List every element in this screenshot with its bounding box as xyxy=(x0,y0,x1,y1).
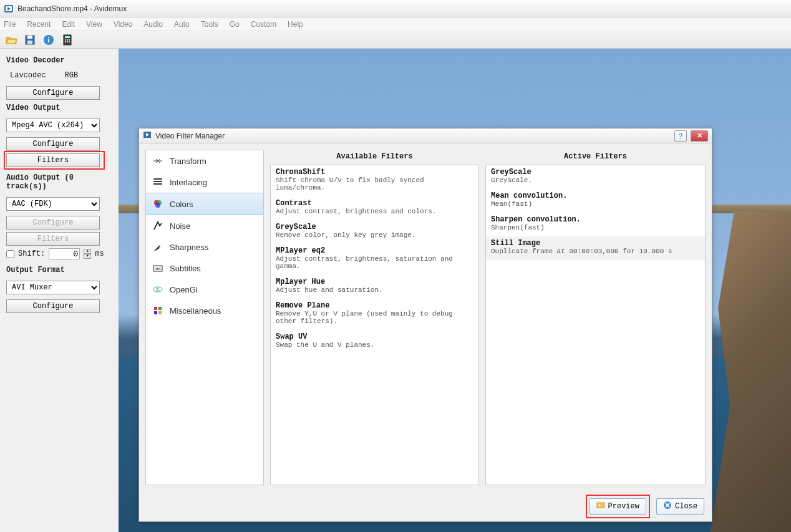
close-button[interactable]: Close xyxy=(656,498,704,515)
video-output-select[interactable]: Mpeg4 AVC (x264) xyxy=(6,118,100,132)
svg-text:ABC: ABC xyxy=(155,267,162,271)
filter-name: Mean convolution. xyxy=(491,191,700,200)
available-filter-item[interactable]: MPlayer eq2Adjust contrast, brightness, … xyxy=(271,244,478,275)
category-interlacing[interactable]: Interlacing xyxy=(146,172,263,193)
filter-name: GreyScale xyxy=(491,168,700,177)
menu-tools[interactable]: Tools xyxy=(201,20,218,29)
available-filter-item[interactable]: Swap UVSwap the U and V planes. xyxy=(271,330,478,354)
category-noise[interactable]: Noise xyxy=(146,215,263,236)
svg-rect-29 xyxy=(158,307,162,310)
preview-icon xyxy=(596,501,605,512)
info-icon[interactable]: i xyxy=(41,32,56,47)
category-colors[interactable]: Colors xyxy=(146,193,263,215)
category-label: Transform xyxy=(170,157,206,166)
video-output-configure-button[interactable]: Configure xyxy=(6,137,100,151)
svg-rect-31 xyxy=(158,311,162,314)
shift-checkbox[interactable] xyxy=(6,250,14,258)
category-subtitles[interactable]: ABCSubtitles xyxy=(146,258,263,279)
dialog-titlebar[interactable]: Video Filter Manager ? ✕ xyxy=(139,128,712,143)
menu-view[interactable]: View xyxy=(86,20,102,29)
menu-file[interactable]: File xyxy=(4,20,16,29)
available-filter-item[interactable]: Remove PlaneRemove Y,U or V plane (used … xyxy=(271,299,478,330)
filter-name: Mplayer Hue xyxy=(276,278,473,286)
shift-unit: ms xyxy=(95,249,104,258)
filter-name: Sharpen convolution. xyxy=(491,215,700,224)
filter-name: ChromaShift xyxy=(276,168,473,177)
dialog-title: Video Filter Manager xyxy=(155,132,671,140)
output-format-configure-button[interactable]: Configure xyxy=(6,299,100,313)
svg-rect-18 xyxy=(153,178,162,180)
filter-desc: Adjust contrast, brightness, saturation … xyxy=(276,255,473,270)
close-label: Close xyxy=(675,502,697,511)
help-button[interactable]: ? xyxy=(674,130,687,142)
titlebar: BeachandShore.mp4 - Avidemux xyxy=(0,0,791,17)
category-sharpness[interactable]: Sharpness xyxy=(146,236,263,258)
output-format-title: Output Format xyxy=(6,266,112,274)
filter-desc: Adjust contrast, brightness and colors. xyxy=(276,208,473,215)
active-filter-item[interactable]: Mean convolution.Mean(fast) xyxy=(486,189,705,213)
available-filter-item[interactable]: Mplayer HueAdjust hue and saturation. xyxy=(271,275,478,299)
available-filters-list: ChromaShiftShift chroma U/V to fix badly… xyxy=(270,165,479,485)
transform-icon xyxy=(152,155,163,167)
category-opengl[interactable]: GLOpenGl xyxy=(146,279,263,300)
category-label: Miscellaneous xyxy=(170,306,221,316)
svg-rect-19 xyxy=(153,181,162,182)
dialog-icon xyxy=(143,130,152,141)
menu-audio[interactable]: Audio xyxy=(143,20,163,29)
output-format-select[interactable]: AVI Muxer xyxy=(6,281,100,294)
colors-icon xyxy=(152,198,163,210)
menu-help[interactable]: Help xyxy=(288,20,303,29)
shift-value[interactable] xyxy=(49,248,80,259)
menu-custom[interactable]: Custom xyxy=(251,20,276,29)
menu-go[interactable]: Go xyxy=(230,20,240,29)
svg-rect-10 xyxy=(65,39,66,41)
active-filter-item[interactable]: Sharpen convolution.Sharpen(fast) xyxy=(486,213,705,236)
filter-name: Remove Plane xyxy=(276,301,473,310)
calculator-icon[interactable] xyxy=(60,32,75,47)
noise-icon xyxy=(152,220,163,231)
svg-rect-15 xyxy=(69,41,70,42)
audio-output-configure-button[interactable]: Configure xyxy=(6,216,100,230)
shift-spinner[interactable]: ▲▼ xyxy=(84,249,91,259)
filter-name: Contrast xyxy=(276,199,473,208)
filter-name: MPlayer eq2 xyxy=(276,246,473,255)
audio-output-filters-button[interactable]: Filters xyxy=(6,232,100,246)
active-filters-title: Active Filters xyxy=(485,150,706,165)
decoder-codec: Lavcodec xyxy=(10,71,46,80)
svg-rect-11 xyxy=(67,39,68,41)
sharpness-icon xyxy=(152,241,163,253)
available-filter-item[interactable]: GreyScaleRemove color, only key grey ima… xyxy=(271,220,478,244)
video-output-filters-button[interactable]: Filters xyxy=(6,153,100,167)
opengl-icon: GL xyxy=(152,284,163,295)
svg-rect-4 xyxy=(27,36,32,39)
filter-desc: Sharpen(fast) xyxy=(491,224,700,231)
menu-video[interactable]: Video xyxy=(114,20,132,29)
interlacing-icon xyxy=(152,177,163,188)
category-label: Interlacing xyxy=(170,178,207,187)
audio-output-select[interactable]: AAC (FDK) xyxy=(6,197,100,211)
active-filter-item[interactable]: GreyScaleGreyscale. xyxy=(486,165,705,189)
category-miscellaneous[interactable]: Miscellaneous xyxy=(146,300,263,321)
save-icon[interactable] xyxy=(22,32,37,47)
open-icon[interactable] xyxy=(4,32,19,47)
decoder-configure-button[interactable]: Configure xyxy=(6,86,100,100)
preview-button[interactable]: Preview xyxy=(590,498,646,515)
available-filter-item[interactable]: ContrastAdjust contrast, brightness and … xyxy=(271,196,478,220)
available-filter-item[interactable]: ChromaShiftShift chroma U/V to fix badly… xyxy=(271,165,478,196)
category-list: TransformInterlacingColorsNoiseSharpness… xyxy=(145,150,264,485)
category-transform[interactable]: Transform xyxy=(146,150,263,172)
svg-point-33 xyxy=(598,505,600,506)
dialog-close-button[interactable]: ✕ xyxy=(691,130,708,142)
svg-rect-20 xyxy=(153,183,162,185)
menu-auto[interactable]: Auto xyxy=(174,20,190,29)
svg-text:GL: GL xyxy=(156,288,160,291)
menu-edit[interactable]: Edit xyxy=(62,20,75,29)
filter-desc: Mean(fast) xyxy=(491,200,700,208)
filter-desc: Remove color, only key grey image. xyxy=(276,231,473,239)
filter-desc: Greyscale. xyxy=(491,177,700,184)
video-output-title: Video Output xyxy=(6,104,112,112)
active-filter-item[interactable]: Still ImageDuplicate frame at 00:00:03,0… xyxy=(486,236,705,260)
filter-desc: Adjust hue and saturation. xyxy=(276,286,473,294)
menu-recent[interactable]: Recent xyxy=(27,20,51,29)
category-label: OpenGl xyxy=(170,285,198,294)
